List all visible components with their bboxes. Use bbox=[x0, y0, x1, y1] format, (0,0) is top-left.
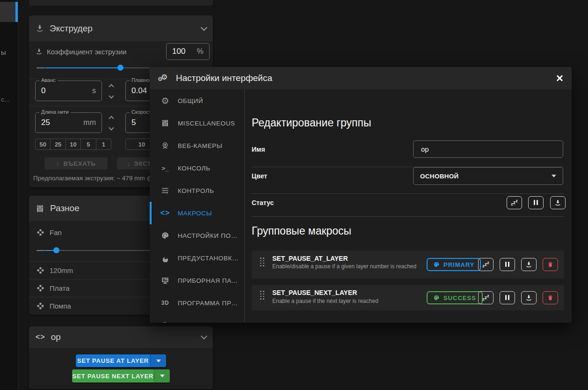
macro-name: SET_PAUSE_AT_LAYER bbox=[272, 255, 348, 262]
caret-down-icon bbox=[160, 375, 165, 377]
nav-active-item-sliver[interactable] bbox=[0, 2, 15, 22]
active-tab-indicator bbox=[150, 202, 152, 224]
fan-icon bbox=[36, 284, 44, 292]
pause-icon bbox=[533, 199, 539, 207]
group-name-input[interactable]: op bbox=[413, 140, 563, 158]
macro-color-chip[interactable]: PRIMARY bbox=[427, 258, 481, 271]
extrusion-factor-value: 100 bbox=[172, 47, 185, 56]
settings-tab-control[interactable]: КОНТРОЛЬ bbox=[150, 179, 244, 202]
printing-toggle-button[interactable] bbox=[521, 291, 537, 304]
extruder-panel-header[interactable]: Экструдер bbox=[29, 15, 213, 41]
chip-label: SUCCESS bbox=[443, 294, 476, 302]
filament-length-input[interactable]: Длина нити 25 mm bbox=[35, 112, 102, 133]
settings-tab-label: РЕДАКТОР bbox=[178, 322, 213, 323]
collapse-chevron-icon[interactable] bbox=[201, 24, 207, 30]
slider-decrease-icon[interactable]: — bbox=[36, 246, 44, 255]
fan-name: Fan bbox=[50, 228, 62, 236]
macro-dropdown-button[interactable] bbox=[154, 369, 170, 383]
trash-icon bbox=[547, 261, 553, 268]
retract-button[interactable]: ↑ ВЪЕХАТЬ bbox=[44, 157, 108, 169]
app-screen: ы c… Экструдер Коэффициент экструзии 100… bbox=[0, 0, 588, 390]
nav-partial-label: c… bbox=[1, 96, 10, 103]
length-preset-button[interactable]: 10 bbox=[65, 139, 80, 149]
settings-tab-webcams[interactable]: ВЕБ-КАМЕРЫ bbox=[150, 134, 244, 157]
macro-group-panel-header[interactable]: <> op bbox=[29, 326, 213, 348]
macro-name: SET_PAUSE_NEXT_LAYER bbox=[272, 289, 357, 296]
printing-toggle-button[interactable] bbox=[550, 196, 566, 209]
settings-tab-general[interactable]: ⚙ ОБЩИЙ bbox=[150, 89, 244, 112]
settings-tab-label: ПРОГРАММА ПР… bbox=[178, 300, 238, 307]
caret-down-icon bbox=[156, 360, 161, 362]
sleep-toggle-button[interactable]: zzz bbox=[478, 291, 494, 304]
fan-icon bbox=[36, 302, 44, 310]
delete-macro-button[interactable] bbox=[543, 291, 558, 304]
length-presets-group: 50 25 10 5 1 bbox=[35, 139, 111, 150]
existing-macros-title: Существующие макросы bbox=[252, 321, 376, 323]
pause-toggle-button[interactable] bbox=[500, 291, 515, 304]
dialog-title: Настройки интерфейса bbox=[176, 73, 272, 83]
macro-group-panel-title: op bbox=[51, 332, 61, 342]
printing-toggle-button[interactable] bbox=[521, 258, 537, 271]
sleep-zzz-icon: zzz bbox=[511, 199, 518, 207]
drag-handle-icon[interactable] bbox=[260, 290, 266, 300]
length-preset-button[interactable]: 5 bbox=[80, 139, 95, 149]
stepper-up-icon[interactable] bbox=[109, 116, 114, 121]
pause-toggle-button[interactable] bbox=[528, 196, 544, 209]
arrow-down-icon: ↓ bbox=[127, 160, 130, 167]
name-label: Имя bbox=[252, 146, 265, 153]
macro-description: Enable a pause if the next layer is reac… bbox=[272, 298, 427, 305]
filament-length-value: 25 bbox=[41, 118, 50, 127]
length-preset-button[interactable]: 50 bbox=[36, 139, 50, 149]
sleep-toggle-button[interactable]: zzz bbox=[478, 258, 494, 271]
group-color-select[interactable]: ОСНОВНОЙ bbox=[413, 167, 563, 185]
macro-color-chip[interactable]: SUCCESS bbox=[427, 291, 483, 304]
palette-icon bbox=[160, 231, 170, 240]
slider-thumb[interactable] bbox=[53, 247, 59, 253]
length-preset-button[interactable]: 1 bbox=[96, 139, 111, 149]
settings-tab-macros[interactable]: <> МАКРОСЫ bbox=[150, 202, 244, 224]
close-icon[interactable] bbox=[556, 74, 563, 82]
settings-tab-presets[interactable]: ПРЕДУСТАНОВК… bbox=[150, 247, 244, 269]
settings-tab-label: НАСТРОЙКИ ПО… bbox=[178, 232, 238, 239]
pressure-advance-input[interactable]: Аванс 0 s bbox=[35, 81, 102, 101]
settings-tab-miscellaneous[interactable]: MISCELLANEOUS bbox=[150, 112, 244, 134]
edit-group-title: Редактирование группы bbox=[252, 117, 371, 129]
panel-remnant bbox=[29, 0, 213, 6]
macro-dropdown-button[interactable] bbox=[150, 354, 166, 367]
stepper-down-icon[interactable] bbox=[109, 93, 114, 98]
macro-button-set-pause-at-layer[interactable]: SET PAUSE AT LAYER bbox=[76, 354, 166, 367]
macro-button-label: SET PAUSE NEXT LAYER bbox=[72, 369, 154, 383]
slider-thumb[interactable] bbox=[117, 65, 123, 71]
collapse-chevron-icon[interactable] bbox=[201, 333, 207, 339]
palette-icon bbox=[433, 261, 440, 268]
tune-icon bbox=[160, 186, 170, 195]
fan-name: 120mm bbox=[50, 266, 73, 274]
stepper-up-icon[interactable] bbox=[109, 84, 114, 89]
console-icon: >_ bbox=[160, 165, 170, 172]
length-preset-button[interactable]: 25 bbox=[50, 139, 65, 149]
status-label: Статус bbox=[252, 199, 274, 206]
macro-button-set-pause-next-layer[interactable]: SET PAUSE NEXT LAYER bbox=[72, 369, 170, 383]
delete-macro-button[interactable] bbox=[543, 258, 558, 271]
gear-icon: ⚙ bbox=[160, 96, 170, 105]
smooth-time-value: 0.04 bbox=[131, 86, 147, 96]
divider bbox=[252, 193, 564, 194]
pause-toggle-button[interactable] bbox=[500, 258, 515, 271]
slider-fill bbox=[45, 67, 120, 68]
macro-row: SET_PAUSE_AT_LAYER Enable/disable a paus… bbox=[252, 250, 564, 279]
webcam-icon bbox=[160, 141, 170, 150]
slider-decrease-icon[interactable]: — bbox=[36, 63, 44, 73]
caret-down-icon bbox=[552, 175, 556, 177]
sleep-toggle-button[interactable]: zzz bbox=[507, 196, 522, 209]
settings-tab-editor[interactable]: РЕДАКТОР bbox=[150, 314, 244, 323]
stepper-down-icon[interactable] bbox=[109, 125, 114, 130]
extrusion-factor-input[interactable]: 100 % bbox=[166, 43, 210, 60]
settings-tab-dashboard[interactable]: ПРИБОРНАЯ ПА… bbox=[150, 269, 244, 292]
settings-tab-console[interactable]: >_ КОНСОЛЬ bbox=[150, 157, 244, 179]
settings-tab-label: ПРИБОРНАЯ ПА… bbox=[178, 277, 238, 284]
settings-tab-gcodeviewer[interactable]: 3D ПРОГРАММА ПР… bbox=[150, 292, 244, 314]
fan-icon bbox=[36, 266, 44, 274]
settings-tab-theme[interactable]: НАСТРОЙКИ ПО… bbox=[150, 224, 244, 247]
filament-length-label: Длина нити bbox=[39, 109, 71, 115]
drag-handle-icon[interactable] bbox=[260, 257, 266, 267]
